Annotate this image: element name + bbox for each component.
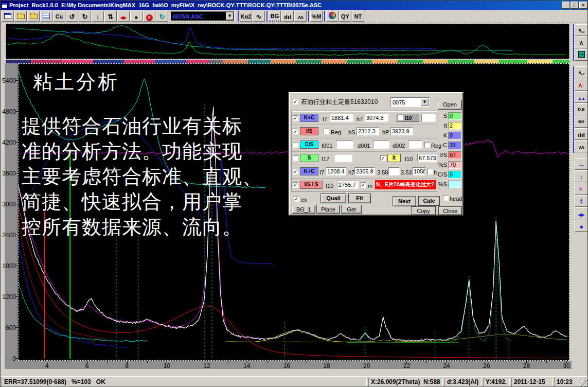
quali-button[interactable]: Quali (320, 194, 346, 203)
peak-marker-button[interactable]: Λ (575, 37, 588, 48)
d353-field[interactable]: 1058.0 (412, 167, 425, 175)
nt-mode-button[interactable]: NT (352, 11, 364, 22)
form-window-button[interactable] (2, 11, 14, 22)
h-checkbox[interactable] (427, 169, 433, 174)
cancel-button[interactable]: × (143, 11, 155, 22)
i7-field[interactable]: 1881.4 (330, 114, 353, 122)
peaks-filled-button[interactable]: ▲▲ (575, 91, 588, 103)
sample-combobox[interactable]: 0075 ▼ (390, 97, 430, 107)
ex-checkbox[interactable] (294, 196, 299, 202)
place-button[interactable]: Place (316, 205, 340, 214)
x-tick-label: 16 (283, 362, 290, 370)
zoom-cursor-button[interactable]: ↖z (575, 66, 588, 78)
qy-mode-button[interactable]: QY (339, 11, 351, 22)
i10b-field[interactable]: 67.573 (417, 154, 437, 162)
reg1-checkbox[interactable] (324, 129, 329, 134)
square-icon: ■ (580, 221, 583, 231)
s-checkbox[interactable] (293, 155, 298, 161)
ka2-strip-button[interactable]: Kα2 (240, 11, 252, 22)
i7b-field[interactable]: 1208.4 (326, 167, 346, 175)
i10-checkbox[interactable] (398, 115, 403, 120)
peaks-button[interactable]: ΛΛ (294, 11, 307, 22)
color-wheel-button[interactable] (326, 11, 338, 22)
table-button[interactable] (40, 11, 52, 22)
peaks-button[interactable]: ΛΛ (575, 140, 588, 152)
v-expand-button[interactable]: ↕ (575, 170, 588, 182)
hist-button[interactable]: ılıl (575, 128, 588, 140)
i10c-field[interactable]: 2755.7 (337, 181, 359, 189)
d358-label: 3.58 (377, 169, 388, 175)
isis-checkbox[interactable] (293, 182, 298, 188)
get-button[interactable]: Get (341, 205, 362, 214)
next-button[interactable]: Next (393, 196, 416, 206)
i17-field[interactable] (334, 154, 352, 162)
h-expand-button[interactable]: ↔ (575, 158, 588, 170)
i001-field[interactable] (336, 140, 353, 149)
resize-grip[interactable] (581, 380, 588, 387)
overview-chart[interactable] (6, 24, 569, 59)
calc-button[interactable]: Calc (418, 196, 440, 206)
chevrons-up-button[interactable]: « (575, 183, 588, 195)
d002-field[interactable] (408, 140, 422, 149)
percent-m-button[interactable]: %M (310, 11, 323, 22)
cycle-button[interactable]: ↻ (156, 11, 168, 22)
square-button[interactable]: ■ (575, 220, 588, 232)
kc2-checkbox[interactable] (293, 169, 298, 174)
h7-field[interactable]: 3074.8 (365, 114, 388, 122)
tri-leftright-button[interactable]: ◀▶ (575, 207, 588, 219)
x-tick-label: 18 (323, 362, 330, 370)
cs-checkbox[interactable] (293, 142, 298, 148)
folder-open-button[interactable] (14, 11, 27, 22)
x-axis: 4681012141618202224262830 (5, 361, 572, 369)
m-label: m (368, 183, 372, 189)
stop-button[interactable]: ■ (130, 11, 142, 22)
close-button[interactable]: × (579, 2, 587, 9)
reg2-checkbox[interactable] (424, 142, 430, 148)
sample-combo-dropdown-icon[interactable]: ▼ (421, 98, 429, 106)
head-checkbox[interactable] (443, 195, 449, 201)
rotate-ccw-button[interactable]: ↺ (66, 11, 78, 22)
combo-dropdown-icon[interactable]: ▼ (226, 12, 234, 20)
is-checkbox[interactable] (293, 129, 298, 134)
grid-button[interactable] (575, 49, 588, 61)
peak-arrow-button[interactable]: Λ↑ (575, 79, 588, 91)
file-combobox[interactable]: 0075N.ASC ▼ (171, 11, 235, 21)
zoom-cursor-icon: ↖z (578, 68, 584, 77)
play-red-button[interactable]: ◀▶ (117, 11, 130, 22)
arrows-vert-button[interactable]: ⇅ (104, 11, 117, 22)
overlay-paragraph: 提供符合石油行业有关标准的分析方法。功能实现主要考虑符合标准、直观、简捷、快速拟… (22, 113, 262, 239)
h7b-field[interactable]: 2305.9 (354, 167, 375, 175)
dialog-main-checkbox[interactable] (293, 99, 298, 104)
hist-button[interactable]: ılıl (281, 11, 294, 22)
clay-quantification-dialog[interactable]: 石油行业粘土定量51632010 0075 ▼ Open K+C I7 1881… (289, 92, 464, 216)
d001-field[interactable] (373, 140, 389, 149)
i10-extra-field[interactable] (421, 114, 436, 122)
x-minor-tick (426, 361, 427, 363)
copy-button[interactable]: Copy (411, 206, 436, 215)
bg1-button[interactable]: BG_1 (292, 205, 315, 214)
maximize-button[interactable]: □ (571, 2, 579, 9)
bg-subtract-button[interactable]: BG (269, 11, 281, 22)
de-mode-button[interactable]: D.E (575, 103, 588, 115)
anode-cu-button[interactable]: Cu (53, 11, 65, 22)
folder-open-alt-button[interactable] (27, 11, 40, 22)
kc1-checkbox[interactable] (293, 115, 298, 121)
expand-vert-button[interactable]: ↕ (92, 11, 104, 22)
wave-button[interactable]: ∿ (253, 11, 265, 22)
bg-mode-button[interactable]: BG (575, 116, 588, 128)
d358-field[interactable] (388, 167, 400, 175)
file-combo-value: 0075N.ASC (171, 13, 226, 20)
x-minor-tick (227, 361, 227, 363)
titlebar[interactable]: Project_Rock1.0.0_E:\My Documents\KingMA… (1, 1, 588, 10)
tri-updown-button[interactable]: ▲▼ (575, 195, 588, 207)
close-dialog-button[interactable]: Close (438, 206, 462, 215)
rotate-cw-button[interactable]: ↻ (79, 11, 91, 22)
hs-field[interactable]: 2312.3 (357, 127, 379, 135)
open-button[interactable]: Open (438, 100, 462, 110)
zoom-cursor-button[interactable]: ↖z (575, 24, 588, 36)
minimize-button[interactable]: _ (562, 2, 570, 9)
fit-button[interactable]: Fit (348, 194, 371, 203)
it-checkbox[interactable] (380, 155, 386, 161)
m-checkbox[interactable] (361, 182, 366, 188)
hp-field[interactable]: 3923.9 (390, 127, 413, 135)
